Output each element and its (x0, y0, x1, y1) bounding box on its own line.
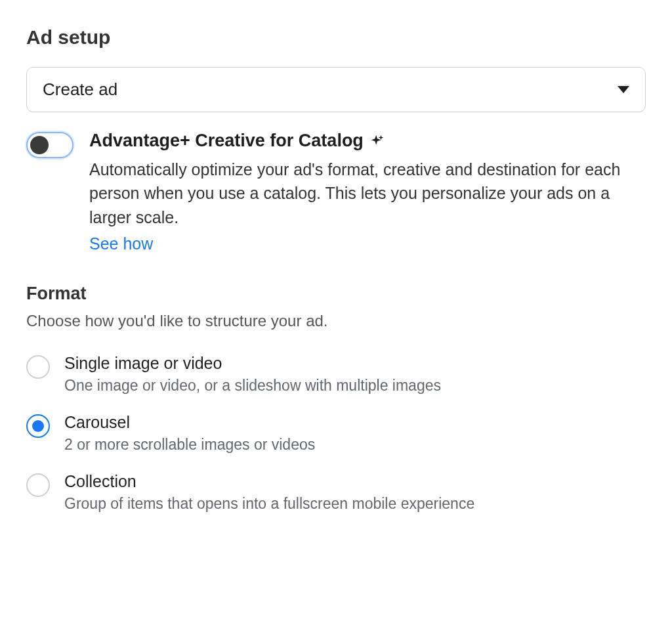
radio-icon (26, 355, 50, 379)
advantage-creative-description: Automatically optimize your ad's format,… (89, 158, 627, 229)
advantage-creative-toggle[interactable] (26, 132, 74, 158)
sparkle-icon (370, 134, 385, 148)
section-title: Ad setup (26, 26, 646, 49)
format-heading: Format (26, 284, 646, 304)
radio-icon (26, 473, 50, 497)
ad-setup-dropdown[interactable]: Create ad (26, 67, 646, 112)
format-option-carousel[interactable]: Carousel 2 or more scrollable images or … (26, 413, 646, 454)
format-option-desc: Group of items that opens into a fullscr… (64, 495, 646, 513)
dropdown-selected-label: Create ad (43, 79, 117, 100)
toggle-knob (30, 136, 49, 154)
advantage-creative-title: Advantage+ Creative for Catalog (89, 131, 364, 151)
advantage-see-how-link[interactable]: See how (89, 234, 153, 253)
advantage-creative-content: Advantage+ Creative for Catalog Automati… (89, 131, 646, 253)
format-radio-list: Single image or video One image or video… (26, 354, 646, 513)
format-option-single-image[interactable]: Single image or video One image or video… (26, 354, 646, 395)
chevron-down-icon (618, 86, 629, 93)
format-option-desc: 2 or more scrollable images or videos (64, 436, 646, 454)
format-option-label: Carousel (64, 413, 646, 432)
format-option-label: Single image or video (64, 354, 646, 373)
format-option-collection[interactable]: Collection Group of items that opens int… (26, 472, 646, 513)
radio-icon (26, 414, 50, 438)
format-option-label: Collection (64, 472, 646, 491)
advantage-creative-row: Advantage+ Creative for Catalog Automati… (26, 131, 646, 253)
format-option-desc: One image or video, or a slideshow with … (64, 377, 646, 395)
format-subheading: Choose how you'd like to structure your … (26, 312, 646, 330)
